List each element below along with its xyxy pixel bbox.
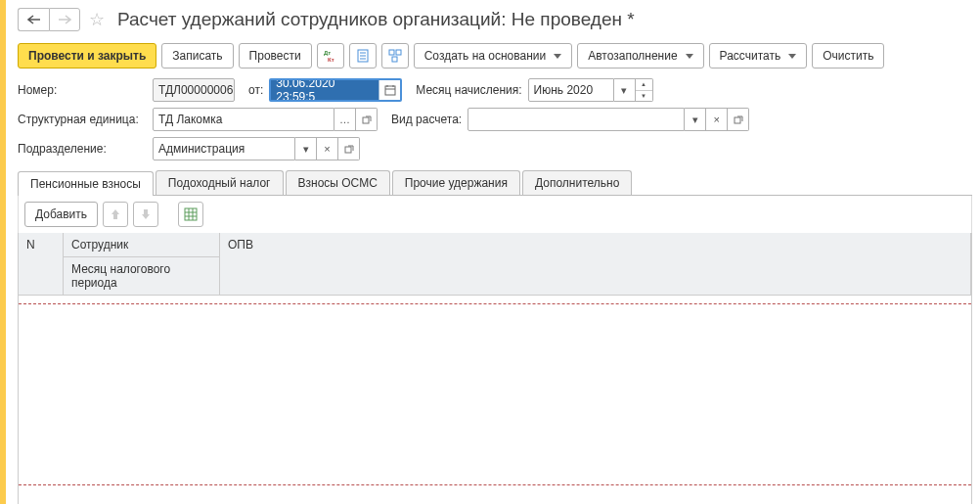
- back-button[interactable]: [18, 8, 49, 31]
- grid-toolbar: Добавить: [18, 196, 972, 233]
- number-label: Номер:: [18, 83, 147, 97]
- structure-button[interactable]: [381, 43, 409, 69]
- department-open-button[interactable]: [338, 137, 360, 160]
- grid-body[interactable]: [19, 296, 971, 485]
- add-row-button[interactable]: Добавить: [24, 202, 98, 227]
- col-header-tax-period[interactable]: Месяц налогового периода: [64, 257, 219, 295]
- month-spinner[interactable]: ▲ ▼: [636, 78, 653, 102]
- chevron-down-icon: [686, 54, 693, 59]
- grid-body-lower[interactable]: [19, 485, 971, 504]
- tab-income-tax[interactable]: Подоходный налог: [156, 170, 284, 195]
- calendar-button[interactable]: [379, 80, 400, 100]
- number-input[interactable]: ТДЛ00000006: [153, 78, 235, 102]
- clear-button[interactable]: Очистить: [812, 43, 884, 69]
- deductions-grid: N Сотрудник Месяц налогового периода ОПВ…: [18, 233, 972, 504]
- structural-unit-select-button[interactable]: …: [334, 108, 356, 131]
- calc-type-dropdown-button[interactable]: ▾: [685, 108, 706, 131]
- arrow-down-icon: [141, 208, 151, 220]
- structural-unit-open-button[interactable]: [356, 108, 378, 131]
- create-based-on-button[interactable]: Создать на основании: [414, 43, 573, 69]
- department-clear-button[interactable]: ×: [317, 137, 338, 160]
- date-from-label: от:: [248, 83, 263, 97]
- chevron-down-icon: [788, 54, 796, 59]
- open-link-icon: [344, 144, 354, 154]
- svg-rect-13: [363, 117, 369, 123]
- chevron-down-icon: [554, 54, 561, 59]
- open-link-icon: [734, 115, 743, 124]
- calculate-label: Рассчитать: [720, 49, 781, 63]
- create-based-on-label: Создать на основании: [424, 49, 547, 63]
- tab-osms[interactable]: Взносы ОСМС: [286, 170, 390, 195]
- calendar-icon: [384, 84, 396, 96]
- post-button[interactable]: Провести: [239, 43, 312, 69]
- tab-additional[interactable]: Дополнительно: [522, 170, 632, 195]
- move-down-button[interactable]: [133, 202, 158, 227]
- calc-type-input[interactable]: [468, 108, 685, 131]
- col-header-employee[interactable]: Сотрудник: [64, 233, 219, 257]
- grid-icon: [184, 207, 198, 221]
- svg-rect-16: [185, 208, 197, 220]
- svg-text:Дт: Дт: [324, 50, 331, 56]
- autofill-button[interactable]: Автозаполнение: [577, 43, 703, 69]
- calc-type-open-button[interactable]: [728, 108, 749, 131]
- department-dropdown-button[interactable]: ▾: [295, 137, 317, 160]
- svg-rect-9: [385, 86, 395, 95]
- favorite-star-icon[interactable]: ☆: [86, 9, 108, 30]
- calculate-button[interactable]: Рассчитать: [709, 43, 808, 69]
- structural-unit-label: Структурная единица:: [18, 113, 147, 126]
- department-label: Подразделение:: [18, 142, 147, 156]
- grid-settings-button[interactable]: [178, 202, 203, 227]
- page-title: Расчет удержаний сотрудников организаций…: [117, 9, 635, 30]
- tab-other-deductions[interactable]: Прочие удержания: [392, 170, 520, 195]
- debit-credit-button[interactable]: ДтКт: [317, 43, 344, 69]
- accrual-month-label: Месяц начисления:: [416, 83, 521, 97]
- svg-rect-8: [392, 57, 397, 62]
- col-header-n[interactable]: N: [19, 233, 64, 296]
- tab-pension[interactable]: Пенсионные взносы: [18, 171, 154, 196]
- date-input[interactable]: 30.06.2020 23:59:5: [271, 80, 379, 100]
- svg-rect-14: [735, 117, 740, 123]
- move-up-button[interactable]: [103, 202, 128, 227]
- report-button[interactable]: [349, 43, 377, 69]
- spinner-up-icon[interactable]: ▲: [636, 79, 652, 91]
- autofill-label: Автозаполнение: [588, 49, 677, 63]
- svg-rect-7: [396, 50, 401, 55]
- svg-rect-6: [389, 50, 394, 55]
- calc-type-clear-button[interactable]: ×: [706, 108, 728, 131]
- col-header-opv[interactable]: ОПВ: [220, 233, 971, 296]
- department-input[interactable]: Администрация: [153, 137, 295, 160]
- nav-row: ☆ Расчет удержаний сотрудников организац…: [18, 8, 972, 31]
- write-button[interactable]: Записать: [161, 43, 233, 69]
- month-input[interactable]: Июнь 2020: [528, 78, 614, 102]
- post-and-close-button[interactable]: Провести и закрыть: [18, 43, 156, 69]
- svg-rect-15: [345, 147, 351, 153]
- main-toolbar: Провести и закрыть Записать Провести ДтК…: [18, 43, 972, 69]
- forward-button[interactable]: [49, 8, 80, 31]
- month-dropdown-button[interactable]: ▾: [614, 78, 636, 102]
- spinner-down-icon[interactable]: ▼: [636, 91, 652, 102]
- structural-unit-input[interactable]: ТД Лакомка: [153, 108, 334, 131]
- tab-bar: Пенсионные взносы Подоходный налог Взнос…: [18, 170, 972, 196]
- arrow-up-icon: [111, 208, 120, 220]
- svg-text:Кт: Кт: [328, 57, 334, 63]
- open-link-icon: [362, 115, 372, 124]
- date-input-group: 30.06.2020 23:59:5: [269, 78, 402, 102]
- calc-type-label: Вид расчета:: [391, 113, 462, 126]
